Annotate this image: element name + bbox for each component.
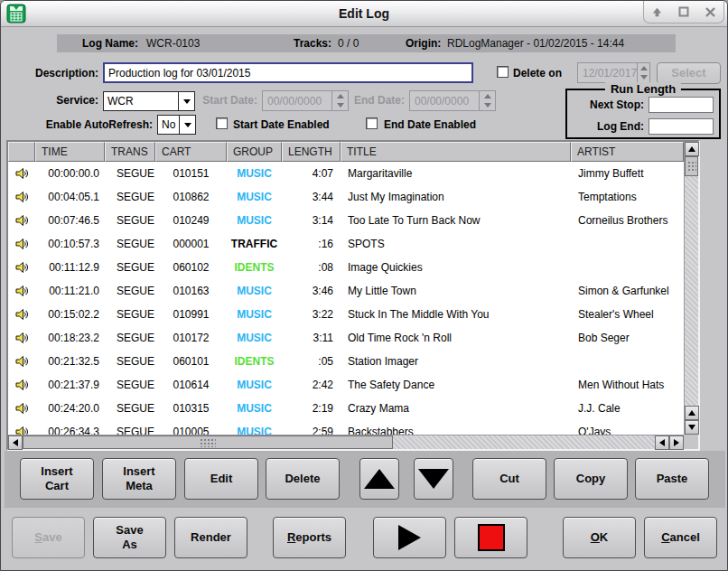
- save-as-button[interactable]: Save As: [93, 517, 166, 558]
- reports-button[interactable]: Reports: [273, 517, 346, 558]
- scroll-down-icon[interactable]: [685, 420, 699, 435]
- log-table-row[interactable]: 00:07:46.5 SEGUE 010249 MUSIC 3:14 Too L…: [8, 209, 684, 232]
- speaker-icon: [8, 260, 35, 275]
- service-combobox[interactable]: WCR: [103, 91, 195, 111]
- service-label: Service:: [44, 94, 98, 107]
- insert-meta-button[interactable]: Insert Meta: [102, 458, 176, 500]
- vertical-scrollbar[interactable]: [684, 142, 698, 435]
- log-table-row[interactable]: 00:04:05.1 SEGUE 010862 MUSIC 3:44 Just …: [8, 185, 684, 209]
- horizontal-scroll-track[interactable]: [393, 435, 655, 449]
- paste-button[interactable]: Paste: [635, 458, 709, 500]
- column-header-trans[interactable]: TRANS: [105, 142, 155, 162]
- log-table-row[interactable]: 00:00:00.0 SEGUE 010151 MUSIC 4:07 Marga…: [8, 162, 684, 185]
- edit-button[interactable]: Edit: [184, 458, 258, 500]
- close-icon[interactable]: [703, 5, 717, 19]
- horizontal-scroll-thumb[interactable]: [23, 435, 393, 449]
- scroll-up-icon[interactable]: [685, 406, 699, 420]
- window-title: Edit Log: [1, 1, 727, 26]
- delete-on-checkbox[interactable]: [497, 66, 509, 78]
- next-stop-label: Next Stop:: [571, 98, 644, 111]
- cell-title: My Little Town: [341, 285, 571, 297]
- log-table-row[interactable]: 00:24:20.0 SEGUE 010315 MUSIC 2:19 Crazy…: [8, 397, 684, 420]
- stop-button[interactable]: [454, 517, 527, 558]
- copy-button[interactable]: Copy: [554, 458, 628, 500]
- end-date-label: End Date:: [351, 94, 405, 107]
- play-button[interactable]: [373, 517, 446, 558]
- cell-group: IDENTS: [227, 261, 282, 274]
- column-header-cart[interactable]: CART: [155, 142, 227, 162]
- log-table-row[interactable]: 00:21:37.9 SEGUE 010614 MUSIC 2:42 The S…: [8, 373, 684, 397]
- scroll-right-icon[interactable]: [669, 435, 684, 450]
- cell-time: 00:11:21.0: [35, 285, 105, 297]
- column-header-time[interactable]: TIME: [35, 142, 105, 162]
- speaker-icon: [8, 213, 35, 228]
- cell-time: 00:21:32.5: [35, 355, 105, 368]
- speaker-icon: [8, 331, 35, 345]
- cell-group: MUSIC: [227, 167, 282, 180]
- horizontal-scrollbar[interactable]: [8, 435, 684, 449]
- scroll-left-icon[interactable]: [655, 435, 669, 450]
- cell-trans: SEGUE: [105, 238, 155, 250]
- column-header-icon[interactable]: [8, 142, 35, 162]
- cell-group: MUSIC: [227, 402, 282, 415]
- log-table-row[interactable]: 00:15:02.2 SEGUE 010991 MUSIC 3:22 Stuck…: [8, 303, 684, 326]
- shade-icon[interactable]: [650, 5, 665, 19]
- cell-length: 2:42: [282, 379, 341, 391]
- cell-time: 00:15:02.2: [35, 308, 105, 321]
- ok-button[interactable]: OK: [563, 517, 636, 558]
- cell-time: 00:21:37.9: [35, 379, 105, 391]
- vertical-scroll-track[interactable]: [685, 176, 698, 406]
- vertical-scroll-thumb[interactable]: [685, 156, 698, 176]
- log-table-row[interactable]: 00:11:12.9 SEGUE 060102 IDENTS :08 Image…: [8, 256, 684, 279]
- cut-button[interactable]: Cut: [472, 458, 546, 500]
- delete-button[interactable]: Delete: [266, 458, 340, 500]
- move-down-button[interactable]: [414, 458, 453, 500]
- end-date-enabled-label: End Date Enabled: [384, 118, 476, 131]
- move-up-button[interactable]: [359, 458, 399, 500]
- end-date-enabled-checkbox[interactable]: [366, 117, 378, 129]
- scroll-left-icon[interactable]: [8, 435, 23, 450]
- run-length-groupbox: Run Length Next Stop: Log End:: [565, 89, 721, 139]
- log-table-row[interactable]: 00:11:21.0 SEGUE 010163 MUSIC 3:46 My Li…: [8, 279, 684, 303]
- log-table-row[interactable]: 00:10:57.3 SEGUE 000001 TRAFFIC :16 SPOT…: [8, 232, 684, 256]
- down-arrow-icon: [418, 469, 449, 489]
- spinner-arrows: [331, 91, 348, 110]
- cell-group: MUSIC: [227, 191, 282, 203]
- cell-group: MUSIC: [227, 308, 282, 321]
- select-button: Select: [657, 62, 721, 84]
- cell-cart: 010862: [155, 191, 227, 203]
- up-arrow-icon: [364, 469, 395, 489]
- speaker-icon: [8, 284, 35, 298]
- cell-artist: Jimmy Buffett: [571, 167, 684, 180]
- cell-time: 00:10:57.3: [35, 238, 105, 250]
- description-input[interactable]: Production log for 03/01/2015: [103, 62, 473, 83]
- cell-trans: SEGUE: [105, 355, 155, 368]
- cell-trans: SEGUE: [105, 332, 155, 344]
- start-date-enabled-checkbox[interactable]: [216, 117, 228, 129]
- log-table-row[interactable]: 00:21:32.5 SEGUE 060101 IDENTS :05 Stati…: [8, 350, 684, 373]
- render-button[interactable]: Render: [174, 517, 247, 558]
- cell-artist: J.J. Cale: [571, 402, 684, 415]
- column-header-length[interactable]: LENGTH: [282, 142, 341, 162]
- column-header-title[interactable]: TITLE: [341, 142, 571, 162]
- speaker-icon: [8, 166, 35, 181]
- cell-cart: 010163: [155, 285, 227, 297]
- tracks-value: 0 / 0: [338, 34, 359, 52]
- cell-group: MUSIC: [227, 332, 282, 344]
- speaker-icon: [8, 354, 35, 369]
- scroll-up-icon[interactable]: [685, 142, 699, 156]
- play-icon: [398, 525, 421, 550]
- cancel-button[interactable]: Cancel: [644, 517, 717, 558]
- insert-cart-button[interactable]: Insert Cart: [20, 458, 94, 500]
- maximize-icon[interactable]: [677, 5, 691, 19]
- speaker-icon: [8, 237, 35, 251]
- cell-trans: SEGUE: [105, 285, 155, 297]
- log-table-row[interactable]: 00:18:23.2 SEGUE 010172 MUSIC 3:11 Old T…: [8, 326, 684, 350]
- edit-toolbar-panel: Insert Cart Insert Meta Edit Delete Cut …: [5, 451, 725, 508]
- start-date-label: Start Date:: [201, 94, 257, 107]
- column-header-group[interactable]: GROUP: [227, 142, 282, 162]
- column-header-artist[interactable]: ARTIST: [571, 142, 684, 162]
- stop-icon: [478, 524, 505, 551]
- cell-length: :08: [282, 261, 341, 274]
- autorefresh-combobox[interactable]: No: [157, 115, 196, 135]
